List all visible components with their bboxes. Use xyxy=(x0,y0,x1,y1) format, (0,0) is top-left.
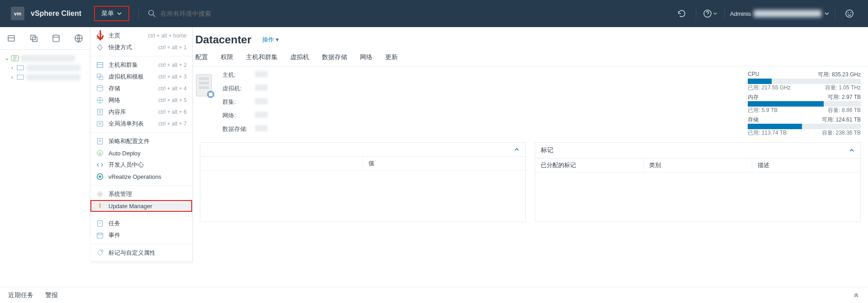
tab-bar: 配置权限主机和群集虚拟机数据存储网络更新 xyxy=(193,50,868,66)
search-icon xyxy=(148,9,156,18)
list-icon xyxy=(96,120,104,128)
search-input[interactable] xyxy=(160,10,278,17)
kv-value-redacted xyxy=(255,71,268,77)
recent-tasks-tab[interactable]: 近期任务 xyxy=(8,291,33,299)
help-icon xyxy=(703,9,712,18)
svg-point-23 xyxy=(99,175,101,177)
help-button[interactable] xyxy=(702,5,719,22)
svg-rect-13 xyxy=(97,63,103,68)
summary-kv: 主机: 虚拟机: 群集: 网络: 数据存储: xyxy=(222,71,268,137)
dev-icon xyxy=(96,161,104,169)
chevron-up-icon[interactable] xyxy=(514,146,520,153)
menu-item-shortcut: ctrl + alt + 3 xyxy=(158,74,187,80)
tree-label-redacted xyxy=(26,74,80,80)
tab[interactable]: 数据存储 xyxy=(322,50,347,66)
meter-name: CPU xyxy=(748,71,759,79)
user-menu[interactable]: Adminis x xyxy=(730,10,830,17)
smiley-icon xyxy=(845,9,854,18)
svg-point-24 xyxy=(99,193,101,195)
tree-root[interactable]: ⌄ xyxy=(2,53,88,63)
column-header-row: 已分配的标记 类别 描述 xyxy=(535,158,860,172)
network-icon xyxy=(96,96,104,104)
menu-item-dev[interactable]: 开发人员中心 xyxy=(90,159,192,171)
bottom-bar: 近期任务 警报 xyxy=(0,287,868,303)
menu-item-hosts[interactable]: 主机和群集ctrl + alt + 2 xyxy=(90,59,192,71)
vms-templates-icon[interactable] xyxy=(29,34,38,43)
menu-item-vrops[interactable]: vRealize Operations xyxy=(90,171,192,182)
meter-used: 已用: 5.9 TB xyxy=(748,107,778,114)
svg-rect-33 xyxy=(209,93,212,96)
tab[interactable]: 权限 xyxy=(221,50,233,66)
tab[interactable]: 主机和群集 xyxy=(246,50,278,66)
chevron-down-icon xyxy=(117,11,122,16)
chevron-up-icon[interactable] xyxy=(849,147,855,154)
menu-item-label: Update Manager xyxy=(108,203,187,210)
menu-item-label: 主机和群集 xyxy=(108,61,154,69)
column-header: 类别 xyxy=(644,158,752,172)
tab[interactable]: 更新 xyxy=(385,50,398,66)
tab[interactable]: 配置 xyxy=(195,50,208,66)
menu-item-library[interactable]: 内容库ctrl + alt + 6 xyxy=(90,106,192,118)
actions-dropdown[interactable]: 操作 ▾ xyxy=(262,36,279,44)
panel-head: 标记 xyxy=(535,143,860,158)
caret-icon[interactable]: › xyxy=(10,74,14,80)
meter-bar xyxy=(748,79,861,84)
topbar-right: Adminis x xyxy=(673,5,868,22)
menu-item-vmtpl[interactable]: 虚拟机和模板ctrl + alt + 3 xyxy=(90,71,192,83)
user-domain-redacted: x xyxy=(754,10,821,17)
menu-item-home[interactable]: 主页ctrl + alt + home xyxy=(90,30,192,42)
menu-item-tasks[interactable]: 任务 xyxy=(90,218,192,229)
tab[interactable]: 虚拟机 xyxy=(290,50,309,66)
svg-rect-11 xyxy=(17,65,24,70)
meter-used: 已用: 113.74 TB xyxy=(748,129,787,137)
menu-item-list[interactable]: 全局清单列表ctrl + alt + 7 xyxy=(90,118,192,130)
menu-item-tags[interactable]: 标记与自定义属性 xyxy=(90,247,192,259)
hosts-clusters-icon[interactable] xyxy=(7,34,16,43)
smiley-button[interactable] xyxy=(841,5,858,22)
meter-fill xyxy=(748,124,802,129)
meter-name: 存储 xyxy=(748,116,759,124)
menu-item-admin[interactable]: 系统管理 xyxy=(90,188,192,200)
meter-name: 内存 xyxy=(748,93,759,101)
meter-cap: 容量: 8.86 TB xyxy=(828,107,861,114)
tree-label-redacted xyxy=(26,65,80,71)
tree-child[interactable]: › xyxy=(2,72,88,82)
menu-item-storage[interactable]: 存储ctrl + alt + 4 xyxy=(90,83,192,94)
column-header: 值 xyxy=(363,157,525,170)
menu-item-shortcut: ctrl + alt + 2 xyxy=(158,62,187,68)
menu-item-diamond[interactable]: 快捷方式ctrl + alt + 1 xyxy=(90,42,192,53)
menu-button[interactable]: 菜单 xyxy=(94,6,129,21)
product-name: vSphere Client xyxy=(31,9,81,18)
panel-body: 已分配的标记 类别 描述 xyxy=(535,158,860,222)
menu-item-network[interactable]: 网络ctrl + alt + 5 xyxy=(90,94,192,106)
search-wrap xyxy=(148,9,673,18)
menu-item-shortcut: ctrl + alt + home xyxy=(148,33,187,39)
menu-item-policy[interactable]: 策略和配置文件 xyxy=(90,135,192,147)
diamond-icon xyxy=(96,43,104,51)
content: Datacenter 操作 ▾ 配置权限主机和群集虚拟机数据存储网络更新 主机:… xyxy=(90,27,868,235)
tree-child[interactable]: › xyxy=(2,63,88,72)
refresh-button[interactable] xyxy=(673,5,690,22)
menu-item-shortcut: ctrl + alt + 6 xyxy=(158,109,187,115)
storage-view-icon[interactable] xyxy=(52,34,61,43)
expand-button[interactable] xyxy=(853,291,860,299)
inventory-view-switcher xyxy=(0,27,90,50)
kv-value-redacted xyxy=(255,112,268,118)
menu-item-events[interactable]: 事件 xyxy=(90,229,192,241)
network-view-icon[interactable] xyxy=(74,34,83,43)
meter-avail: 可用: 124.61 TB xyxy=(822,116,861,124)
menu-item-deploy[interactable]: Auto Deploy xyxy=(90,147,192,159)
alarms-tab[interactable]: 警报 xyxy=(45,291,58,299)
tags-panel: 标记 已分配的标记 类别 描述 xyxy=(535,142,861,222)
menu-item-label: 标记与自定义属性 xyxy=(108,249,187,257)
menu-item-label: 存储 xyxy=(108,84,154,93)
library-icon xyxy=(96,108,104,116)
menu-item-label: 事件 xyxy=(108,231,187,239)
deploy-icon xyxy=(96,149,104,157)
caret-icon[interactable]: › xyxy=(10,64,14,71)
menu-item-update[interactable]: Update Manager xyxy=(90,200,192,212)
meter-fill xyxy=(748,79,772,84)
inventory-tree: ⌄ › › xyxy=(0,50,90,85)
tab[interactable]: 网络 xyxy=(360,50,373,66)
caret-icon[interactable]: ⌄ xyxy=(5,55,9,61)
